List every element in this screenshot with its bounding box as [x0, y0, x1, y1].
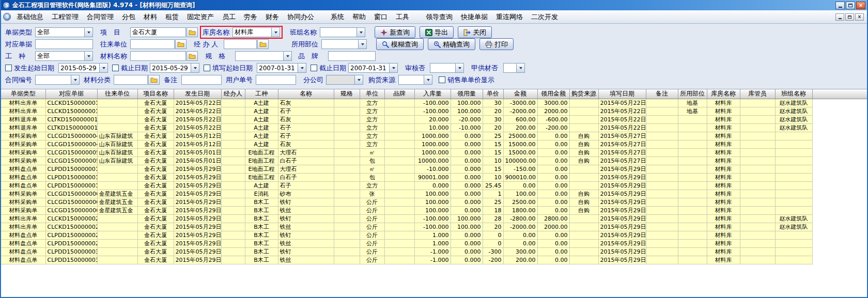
- print-button[interactable]: 打印: [479, 38, 514, 50]
- column-header[interactable]: 规格: [334, 89, 360, 99]
- table-row[interactable]: 材料采购单CLCGD150000004山东百脉建筑金石大厦2015年05月12日…: [1, 140, 867, 148]
- column-header[interactable]: 金额: [503, 89, 537, 99]
- column-header[interactable]: 往来单位: [97, 89, 137, 99]
- material-name-input[interactable]: [130, 51, 186, 61]
- table-row[interactable]: 材料盘点单CLPDD150000003金石大厦2015年05月29日B木工铁丝公…: [1, 256, 867, 264]
- child-close-button[interactable]: ×: [855, 13, 864, 21]
- menu-item[interactable]: 协同办公: [283, 11, 318, 23]
- owner-supply-select[interactable]: [503, 63, 525, 73]
- column-header[interactable]: 单价: [483, 89, 503, 99]
- menu-item[interactable]: 财务: [261, 11, 283, 23]
- menu-item[interactable]: 材料: [140, 11, 161, 23]
- column-header[interactable]: 库管员: [740, 89, 775, 99]
- menu-item[interactable]: 工程管理: [48, 11, 83, 23]
- menu-item[interactable]: 租赁: [161, 11, 183, 23]
- new-query-button[interactable]: 新查询: [375, 26, 415, 38]
- user-doc-no-input[interactable]: [256, 75, 296, 85]
- column-header[interactable]: 对应单据: [45, 89, 97, 99]
- fill-end-checkbox[interactable]: [311, 65, 317, 71]
- menu-item[interactable]: 劳务: [240, 11, 261, 23]
- column-header[interactable]: 领用金额: [537, 89, 569, 99]
- column-header[interactable]: 工种: [245, 89, 278, 99]
- maximize-button[interactable]: [846, 2, 855, 9]
- column-header[interactable]: 填写日期: [598, 89, 646, 99]
- doc-type-select[interactable]: 全部: [35, 27, 93, 37]
- warehouse-select[interactable]: 材料库: [233, 27, 280, 37]
- menu-item[interactable]: 工具: [392, 11, 413, 23]
- table-row[interactable]: 材料采购单CLCGD150000006金星建筑五金金石大厦2015年05月29日…: [1, 198, 867, 206]
- menu-item[interactable]: 重连网络: [492, 11, 527, 23]
- menu-item[interactable]: 二次开发: [527, 11, 562, 23]
- export-button[interactable]: 导出: [420, 26, 454, 38]
- table-row[interactable]: 材料采购单CLCGD150000006金星建筑五金金石大厦2015年05月29日…: [1, 190, 867, 198]
- table-row[interactable]: 材料盘点单CLPDD150000001金石大厦2015年05月29日E地面工程大…: [1, 165, 867, 173]
- fuzzy-query-button[interactable]: 模糊查询: [376, 38, 424, 50]
- column-header[interactable]: 经办人: [221, 89, 245, 99]
- column-header[interactable]: 领用量: [451, 89, 483, 99]
- audit-select[interactable]: [430, 63, 464, 73]
- material-category-lookup-button[interactable]: [148, 75, 160, 85]
- column-header[interactable]: 单位: [360, 89, 384, 99]
- close-button[interactable]: ×: [856, 2, 865, 9]
- column-header[interactable]: 班组名称: [775, 89, 812, 99]
- sales-unit-price-checkbox[interactable]: [439, 76, 445, 83]
- column-header[interactable]: 购货来源: [569, 89, 598, 99]
- menu-item[interactable]: 合同管理: [83, 11, 118, 23]
- branch-select[interactable]: [326, 75, 363, 85]
- table-row[interactable]: 材料出库单CLCKD150000002金石大厦2015年05月29日B木工铁钉公…: [1, 214, 867, 223]
- close-query-button[interactable]: 关闭: [458, 26, 492, 38]
- project-input[interactable]: [130, 27, 186, 37]
- column-header[interactable]: 品牌: [384, 89, 414, 99]
- menu-item[interactable]: 分包: [118, 11, 140, 23]
- table-row[interactable]: 材料盘点单CLPDD150000003金石大厦2015年05月29日B木工铁钉公…: [1, 247, 867, 256]
- minimize-button[interactable]: [835, 2, 845, 9]
- table-row[interactable]: 材料盘点单CLPDD150000002金石大厦2015年05月29日B木工铁钉公…: [1, 231, 867, 239]
- menu-item[interactable]: 基础信息: [12, 11, 48, 23]
- table-row[interactable]: 材料盘点单CLPDD150000001金石大厦2015年05月29日E地面工程白…: [1, 173, 867, 181]
- column-header[interactable]: 库房名称: [707, 89, 740, 99]
- table-row[interactable]: 材料出库单CLCKD150000001金石大厦2015年05月22日A土建石灰立…: [1, 99, 867, 107]
- brand-input[interactable]: [328, 51, 376, 61]
- team-select[interactable]: [320, 27, 365, 37]
- table-row[interactable]: 材料退库单CLTKD150000001金石大厦2015年05月22日A土建石子立…: [1, 123, 867, 132]
- column-header[interactable]: 发生日期: [174, 89, 221, 99]
- project-lookup-button[interactable]: [187, 27, 198, 37]
- material-name-lookup-button[interactable]: [187, 51, 198, 61]
- child-minimize-button[interactable]: [835, 13, 844, 21]
- menu-item[interactable]: 领导查询: [422, 11, 457, 23]
- table-row[interactable]: 材料出库单CLCKD150000001金石大厦2015年05月22日A土建石子立…: [1, 107, 867, 115]
- corresponding-doc-input[interactable]: [35, 39, 93, 49]
- table-row[interactable]: 材料盘点单CLPDD150000002金石大厦2015年05月29日B木工铁丝公…: [1, 239, 867, 247]
- column-header[interactable]: 入库量: [414, 89, 451, 99]
- menu-item[interactable]: 帮助: [348, 11, 370, 23]
- menu-item[interactable]: 窗口: [370, 11, 392, 23]
- purchase-source-select[interactable]: [398, 75, 432, 85]
- table-row[interactable]: 材料采购单CLCGD150000004山东百脉建筑金石大厦2015年05月12日…: [1, 132, 867, 140]
- occur-start-date[interactable]: 2015-05-29: [58, 63, 108, 73]
- remark-input[interactable]: [181, 75, 222, 85]
- column-header[interactable]: 项目名称: [137, 89, 174, 99]
- usage-part-select[interactable]: [321, 39, 367, 49]
- occur-end-checkbox[interactable]: [112, 65, 119, 71]
- handler-input[interactable]: [224, 39, 257, 49]
- fill-start-checkbox[interactable]: [204, 65, 210, 71]
- column-header[interactable]: 所用部位: [678, 89, 707, 99]
- exact-query-button[interactable]: 精确查询: [428, 38, 475, 50]
- column-header[interactable]: 备注: [646, 89, 678, 99]
- menu-item[interactable]: 系统: [327, 11, 348, 23]
- work-type-select[interactable]: 全部: [35, 51, 93, 61]
- table-row[interactable]: 材料采购单CLCGD150000005山东百脉建筑金石大厦2015年05月01日…: [1, 156, 867, 165]
- table-row[interactable]: 材料采购单CLCGD150000005山东百脉建筑金石大厦2015年05月01日…: [1, 148, 867, 156]
- occur-start-checkbox[interactable]: [5, 65, 12, 71]
- vendor-lookup-button[interactable]: [175, 39, 187, 49]
- fill-end-date[interactable]: 2007-01-31: [348, 63, 398, 73]
- child-restore-button[interactable]: [845, 13, 854, 21]
- menu-item[interactable]: 快捷单据: [457, 11, 492, 23]
- table-row[interactable]: 材料采购单CLCGD150000006金星建筑五金金石大厦2015年05月29日…: [1, 206, 867, 214]
- fill-start-date[interactable]: 2007-01-31: [257, 63, 306, 73]
- vendor-input[interactable]: [130, 39, 175, 49]
- table-row[interactable]: 材料退库单CLTKD150000001金石大厦2015年05月22日A土建石灰立…: [1, 115, 867, 123]
- table-row[interactable]: 材料出库单CLCKD150000002金石大厦2015年05月29日B木工铁丝公…: [1, 223, 867, 231]
- menu-item[interactable]: 固定资产: [183, 11, 218, 23]
- occur-end-date[interactable]: 2015-05-29: [150, 63, 199, 73]
